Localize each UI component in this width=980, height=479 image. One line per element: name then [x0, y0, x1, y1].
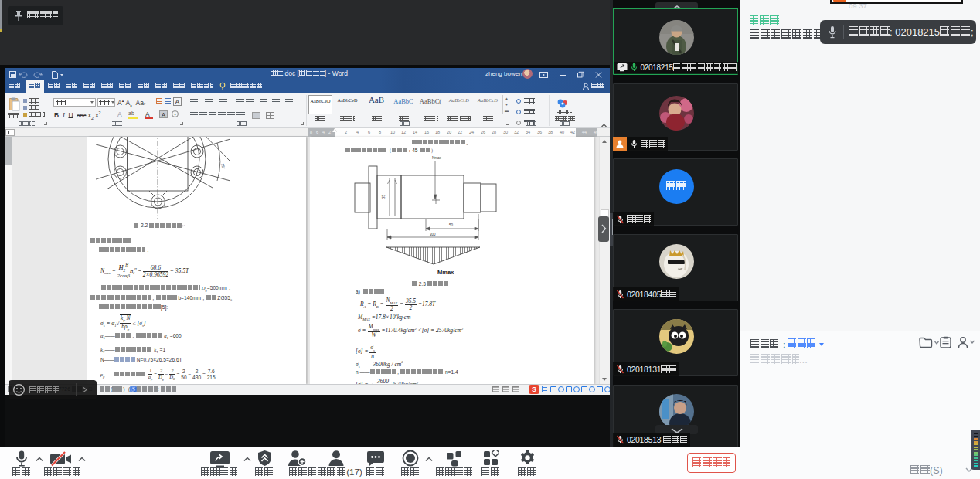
svg-text:300: 300: [430, 233, 436, 236]
svg-text:Nmax: Nmax: [432, 156, 442, 160]
svg-text:35: 35: [382, 194, 386, 199]
svg-text:15°: 15°: [220, 163, 226, 170]
svg-text:50: 50: [449, 223, 454, 227]
